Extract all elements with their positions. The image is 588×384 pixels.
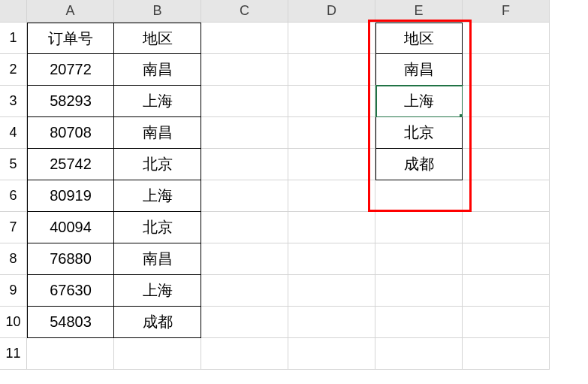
cell-F1[interactable] [463,23,550,54]
cell-E3[interactable]: 上海 [375,86,463,117]
row-header-5[interactable]: 5 [0,149,27,180]
cell-E2[interactable]: 南昌 [375,54,463,86]
cell-F9[interactable] [463,275,550,307]
row-header-2[interactable]: 2 [0,54,27,86]
cell-E1[interactable]: 地区 [375,23,463,54]
cell-C2[interactable] [201,54,288,86]
cell-C6[interactable] [201,180,288,212]
cell-C11[interactable] [201,338,288,370]
cell-A7[interactable]: 40094 [27,212,114,243]
cell-F4[interactable] [463,117,550,149]
cell-D9[interactable] [288,275,375,307]
cell-C1[interactable] [201,23,288,54]
col-header-E[interactable]: E [375,0,463,23]
cell-F8[interactable] [463,243,550,275]
cell-A1[interactable]: 订单号 [27,23,114,54]
row-header-11[interactable]: 11 [0,338,27,370]
cell-B3[interactable]: 上海 [114,86,201,117]
cell-B7[interactable]: 北京 [114,212,201,243]
cell-A9[interactable]: 67630 [27,275,114,307]
cell-F6[interactable] [463,180,550,212]
cell-C3[interactable] [201,86,288,117]
cell-A8[interactable]: 76880 [27,243,114,275]
cell-A3[interactable]: 58293 [27,86,114,117]
cell-D11[interactable] [288,338,375,370]
cell-C10[interactable] [201,307,288,338]
cell-B8[interactable]: 南昌 [114,243,201,275]
cell-E9[interactable] [375,275,463,307]
cell-B1[interactable]: 地区 [114,23,201,54]
spreadsheet-grid[interactable]: ABCDEF1订单号地区地区220772南昌南昌358293上海上海480708… [0,0,550,370]
cell-B11[interactable] [114,338,201,370]
row-header-9[interactable]: 9 [0,275,27,307]
row-header-7[interactable]: 7 [0,212,27,243]
cell-F11[interactable] [463,338,550,370]
cell-D1[interactable] [288,23,375,54]
col-header-D[interactable]: D [288,0,375,23]
cell-C4[interactable] [201,117,288,149]
cell-C8[interactable] [201,243,288,275]
cell-D7[interactable] [288,212,375,243]
col-header-B[interactable]: B [114,0,201,23]
cell-E5[interactable]: 成都 [375,149,463,180]
col-header-F[interactable]: F [463,0,550,23]
cell-D2[interactable] [288,54,375,86]
row-header-3[interactable]: 3 [0,86,27,117]
cell-C7[interactable] [201,212,288,243]
cell-E7[interactable] [375,212,463,243]
cell-D8[interactable] [288,243,375,275]
row-header-10[interactable]: 10 [0,307,27,338]
col-header-C[interactable]: C [201,0,288,23]
cell-D4[interactable] [288,117,375,149]
cell-A4[interactable]: 80708 [27,117,114,149]
col-header-A[interactable]: A [27,0,114,23]
cell-A6[interactable]: 80919 [27,180,114,212]
cell-E8[interactable] [375,243,463,275]
cell-D5[interactable] [288,149,375,180]
cell-A11[interactable] [27,338,114,370]
cell-F7[interactable] [463,212,550,243]
cell-F10[interactable] [463,307,550,338]
row-header-1[interactable]: 1 [0,23,27,54]
cell-A10[interactable]: 54803 [27,307,114,338]
select-all-corner[interactable] [0,0,27,23]
cell-E10[interactable] [375,307,463,338]
cell-D10[interactable] [288,307,375,338]
row-header-8[interactable]: 8 [0,243,27,275]
row-header-4[interactable]: 4 [0,117,27,149]
cell-B6[interactable]: 上海 [114,180,201,212]
cell-D3[interactable] [288,86,375,117]
cell-A2[interactable]: 20772 [27,54,114,86]
cell-C9[interactable] [201,275,288,307]
cell-B4[interactable]: 南昌 [114,117,201,149]
cell-E4[interactable]: 北京 [375,117,463,149]
cell-B9[interactable]: 上海 [114,275,201,307]
cell-F5[interactable] [463,149,550,180]
cell-C5[interactable] [201,149,288,180]
cell-B2[interactable]: 南昌 [114,54,201,86]
cell-E6[interactable] [375,180,463,212]
cell-B10[interactable]: 成都 [114,307,201,338]
cell-B5[interactable]: 北京 [114,149,201,180]
cell-F3[interactable] [463,86,550,117]
cell-D6[interactable] [288,180,375,212]
cell-E11[interactable] [375,338,463,370]
cell-F2[interactable] [463,54,550,86]
row-header-6[interactable]: 6 [0,180,27,212]
cell-A5[interactable]: 25742 [27,149,114,180]
